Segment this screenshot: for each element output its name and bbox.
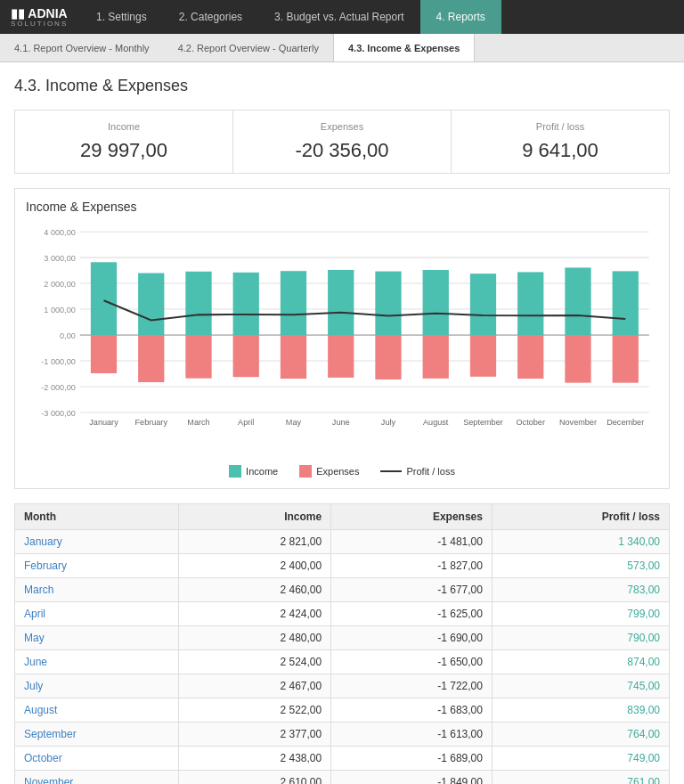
svg-rect-37 [565, 267, 590, 335]
cell-expenses: -1 827,00 [331, 553, 493, 577]
cell-month[interactable]: January [15, 529, 179, 553]
cell-month[interactable]: July [15, 674, 179, 698]
profit-label: Profit / loss [466, 121, 655, 132]
svg-rect-24 [233, 335, 259, 377]
svg-text:2 000,00: 2 000,00 [44, 280, 75, 289]
svg-rect-33 [470, 274, 496, 335]
svg-text:4 000,00: 4 000,00 [44, 228, 75, 237]
nav-reports[interactable]: 4. Reports [420, 0, 501, 34]
chart-legend: Income Expenses Profit / loss [26, 465, 658, 478]
svg-text:-2 000,00: -2 000,00 [41, 383, 76, 392]
svg-text:July: July [381, 418, 396, 427]
cell-month[interactable]: June [15, 649, 179, 674]
table-row: August 2 522,00 -1 683,00 839,00 [15, 698, 670, 722]
svg-rect-36 [517, 335, 543, 379]
cell-month[interactable]: March [15, 577, 179, 601]
svg-rect-21 [185, 272, 211, 335]
chart-area: 4 000,003 000,002 000,001 000,000,00-1 0… [26, 223, 658, 458]
cell-profit: 761,00 [492, 770, 669, 784]
svg-text:August: August [423, 418, 449, 427]
cell-month[interactable]: November [15, 770, 179, 784]
cell-income: 2 610,00 [178, 770, 330, 784]
svg-text:3 000,00: 3 000,00 [44, 254, 75, 263]
table-row: June 2 524,00 -1 650,00 874,00 [15, 649, 670, 674]
svg-text:May: May [286, 418, 302, 427]
cell-profit: 764,00 [492, 722, 669, 746]
top-navigation: ▮▮ ADNIA SOLUTIONS 1. Settings 2. Catego… [0, 0, 684, 34]
cell-profit: 839,00 [492, 698, 669, 722]
cell-profit: 799,00 [492, 601, 669, 625]
cell-month[interactable]: September [15, 722, 179, 746]
legend-profit-line [380, 470, 402, 472]
cell-profit: 745,00 [492, 674, 669, 698]
table-row: November 2 610,00 -1 849,00 761,00 [15, 770, 670, 784]
legend-income-label: Income [246, 466, 278, 477]
cell-expenses: -1 722,00 [331, 674, 493, 698]
income-card: Income 29 997,00 [15, 110, 233, 173]
subnav-monthly[interactable]: 4.1. Report Overview - Monthly [0, 34, 164, 61]
table-row: April 2 424,00 -1 625,00 799,00 [15, 601, 670, 625]
subnav-income-expenses[interactable]: 4.3. Income & Expenses [333, 34, 475, 61]
expenses-label: Expenses [248, 121, 436, 132]
table-row: January 2 821,00 -1 481,00 1 340,00 [15, 529, 670, 553]
legend-income: Income [229, 465, 278, 478]
svg-text:December: December [607, 418, 644, 427]
cell-month[interactable]: February [15, 553, 179, 577]
cell-profit: 573,00 [492, 553, 669, 577]
subnav-quarterly[interactable]: 4.2. Report Overview - Quarterly [164, 34, 333, 61]
svg-text:February: February [135, 418, 168, 427]
legend-profit: Profit / loss [380, 465, 454, 478]
table-row: July 2 467,00 -1 722,00 745,00 [15, 674, 670, 698]
table-row: February 2 400,00 -1 827,00 573,00 [15, 553, 670, 577]
data-table: Month Income Expenses Profit / loss Janu… [14, 503, 670, 784]
col-income: Income [178, 503, 330, 529]
cell-expenses: -1 677,00 [331, 577, 493, 601]
cell-month[interactable]: August [15, 698, 179, 722]
cell-expenses: -1 481,00 [331, 529, 493, 553]
table-row: March 2 460,00 -1 677,00 783,00 [15, 577, 670, 601]
expenses-value: -20 356,00 [248, 139, 436, 162]
cell-profit: 1 340,00 [492, 529, 669, 553]
nav-budget[interactable]: 3. Budget vs. Actual Report [258, 0, 419, 34]
legend-expenses-swatch [299, 465, 312, 478]
svg-text:-3 000,00: -3 000,00 [41, 409, 76, 418]
svg-rect-22 [185, 335, 211, 379]
cell-month[interactable]: October [15, 746, 179, 770]
nav-settings[interactable]: 1. Settings [80, 0, 163, 34]
cell-profit: 874,00 [492, 649, 669, 674]
svg-rect-31 [423, 270, 449, 335]
cell-month[interactable]: May [15, 625, 179, 649]
chart-container: Income & Expenses 4 000,003 000,002 000,… [14, 188, 670, 489]
col-profit: Profit / loss [492, 503, 669, 529]
svg-rect-35 [517, 272, 543, 335]
income-label: Income [29, 121, 218, 132]
cell-income: 2 400,00 [178, 553, 330, 577]
svg-rect-23 [233, 273, 259, 335]
svg-text:November: November [559, 418, 597, 427]
logo-sub: SOLUTIONS [11, 20, 68, 28]
cell-month[interactable]: April [15, 601, 179, 625]
svg-text:October: October [517, 418, 545, 427]
nav-categories[interactable]: 2. Categories [163, 0, 258, 34]
page-title: 4.3. Income & Expenses [14, 77, 670, 95]
cell-expenses: -1 689,00 [331, 746, 493, 770]
cell-expenses: -1 849,00 [331, 770, 493, 784]
svg-rect-18 [91, 335, 117, 373]
table-row: October 2 438,00 -1 689,00 749,00 [15, 746, 670, 770]
svg-rect-32 [423, 335, 449, 379]
svg-rect-34 [470, 335, 496, 377]
cell-income: 2 460,00 [178, 577, 330, 601]
profit-value: 9 641,00 [466, 139, 655, 162]
svg-rect-20 [138, 335, 164, 382]
svg-rect-25 [281, 271, 306, 335]
svg-rect-19 [138, 274, 164, 336]
income-value: 29 997,00 [29, 139, 218, 162]
svg-text:January: January [89, 418, 118, 427]
svg-text:April: April [238, 418, 254, 427]
cell-income: 2 522,00 [178, 698, 330, 722]
svg-rect-30 [375, 335, 401, 380]
legend-income-swatch [229, 465, 241, 478]
cell-income: 2 377,00 [178, 722, 330, 746]
cell-income: 2 524,00 [178, 649, 330, 674]
cell-income: 2 480,00 [178, 625, 330, 649]
